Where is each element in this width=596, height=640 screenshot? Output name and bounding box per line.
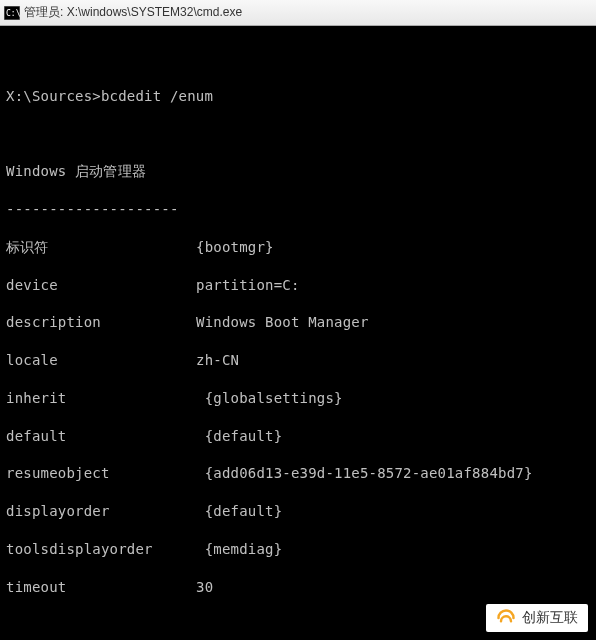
row-val: {add06d13-e39d-11e5-8572-ae01af884bd7} [196,464,533,483]
svg-text:C:\: C:\ [6,9,20,18]
row-key: default [6,427,196,446]
row-val: 30 [196,578,213,597]
row-val: {default} [196,502,282,521]
row-key: resumeobject [6,464,196,483]
row-key: locale [6,351,196,370]
output-row: inherit {globalsettings} [6,389,590,408]
row-key: description [6,313,196,332]
row-val: {bootmgr} [196,238,274,257]
row-val: {default} [196,427,282,446]
output-row: 标识符{bootmgr} [6,238,590,257]
row-key: inherit [6,389,196,408]
row-key: 标识符 [6,238,196,257]
row-val: Windows Boot Manager [196,313,369,332]
row-key: timeout [6,578,196,597]
row-val: zh-CN [196,351,239,370]
row-key: device [6,276,196,295]
output-row: timeout30 [6,578,590,597]
terminal-output[interactable]: X:\Sources>bcdedit /enum Windows 启动管理器 -… [0,26,596,640]
watermark-logo-icon [496,608,516,628]
row-val: partition=C: [196,276,300,295]
section-divider: -------------------- [6,200,590,219]
output-row: descriptionWindows Boot Manager [6,313,590,332]
row-key: toolsdisplayorder [6,540,196,559]
window-title: 管理员: X:\windows\SYSTEM32\cmd.exe [24,4,242,21]
output-row: toolsdisplayorder {memdiag} [6,540,590,559]
command-line: X:\Sources>bcdedit /enum [6,87,590,106]
command: bcdedit /enum [101,88,213,104]
cmd-icon: C:\ [4,6,20,20]
row-val: {memdiag} [196,540,282,559]
row-key: displayorder [6,502,196,521]
output-row: displayorder {default} [6,502,590,521]
output-row: localezh-CN [6,351,590,370]
watermark-text: 创新互联 [522,609,578,627]
row-val: {globalsettings} [196,389,343,408]
blank-line [6,49,590,68]
prompt: X:\Sources> [6,88,101,104]
watermark-badge: 创新互联 [486,604,588,632]
section-header: Windows 启动管理器 [6,162,590,181]
output-row: resumeobject {add06d13-e39d-11e5-8572-ae… [6,464,590,483]
output-row: default {default} [6,427,590,446]
output-row: devicepartition=C: [6,276,590,295]
window-titlebar: C:\ 管理员: X:\windows\SYSTEM32\cmd.exe [0,0,596,26]
blank-line [6,124,590,143]
